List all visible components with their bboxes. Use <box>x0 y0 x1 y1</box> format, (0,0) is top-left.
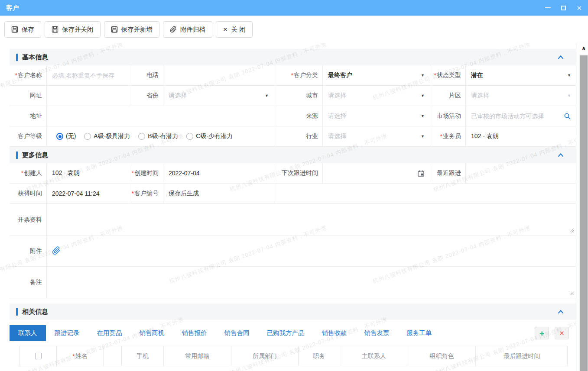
column-label: 所属部门 <box>253 352 277 360</box>
city-cell: 请选择▼ <box>323 86 430 106</box>
close-icon[interactable]: ✕ <box>576 5 582 11</box>
save-and-close-button[interactable]: 保存并关闭 <box>45 21 101 38</box>
tab-3[interactable]: 销售商机 <box>131 325 173 341</box>
label-text: 备注 <box>30 278 42 286</box>
column-1: *姓名 <box>57 346 104 366</box>
city-select[interactable]: 请选择▼ <box>328 92 425 100</box>
save-and-new-button[interactable]: 保存并新增 <box>104 21 160 38</box>
scroll-up-icon[interactable]: ∧ <box>579 42 588 55</box>
floppy-icon <box>11 26 18 33</box>
salesman-value[interactable]: 102 - 袁朗 <box>471 132 499 140</box>
label-text: 地址 <box>30 112 42 120</box>
category-label: *客户分类 <box>274 65 323 86</box>
minimize-icon[interactable] <box>545 7 551 8</box>
grade-radio-1[interactable]: A级-极具潜力 <box>84 132 130 140</box>
maximize-icon[interactable] <box>561 6 566 10</box>
close-label: 关 闭 <box>231 26 246 34</box>
save-button[interactable]: 保存 <box>4 21 41 38</box>
select-all-checkbox[interactable] <box>35 353 42 359</box>
column-label: 常用邮箱 <box>185 352 210 360</box>
radio-label: C级-少有潜力 <box>196 132 233 140</box>
tab-6[interactable]: 已购我方产品 <box>258 325 313 341</box>
address-input[interactable] <box>52 113 269 119</box>
chevron-up-icon <box>558 309 564 315</box>
column-4: 常用邮箱 <box>164 346 231 366</box>
form-area: 基本信息 *客户名称 电话 *客户分类 最终客户▼ *状态类型 潜在▼ 网址 省… <box>10 43 576 371</box>
dropdown-arrow-icon: ▼ <box>421 114 425 118</box>
required-mark: * <box>132 190 134 197</box>
column-label: 职务 <box>313 352 325 360</box>
required-mark: * <box>132 170 134 177</box>
scrollbar-thumb[interactable] <box>580 55 588 371</box>
industry-select[interactable]: 请选择▼ <box>328 132 425 140</box>
tab-9[interactable]: 服务工单 <box>398 325 441 341</box>
customer-no-value: 保存后生成 <box>169 190 199 197</box>
attachment-archive-button[interactable]: 附件归档 <box>163 21 212 38</box>
city-label: 城市 <box>274 86 323 106</box>
district-cell: 请选择▼ <box>466 86 576 106</box>
resize-handle[interactable] <box>569 227 574 234</box>
select-placeholder: 请选择 <box>169 92 187 100</box>
column-3: 手机 <box>122 346 164 366</box>
resize-handle[interactable] <box>569 290 574 297</box>
tab-8[interactable]: 销售发票 <box>356 325 398 341</box>
status-select[interactable]: 潜在▼ <box>471 71 571 79</box>
salesman-cell: 102 - 袁朗 <box>466 126 576 147</box>
status-label: *状态类型 <box>430 65 466 86</box>
dropdown-arrow-icon: ▼ <box>265 94 269 98</box>
selected-value: 最终客户 <box>328 71 352 79</box>
required-mark: * <box>440 133 442 140</box>
website-input[interactable] <box>52 92 126 99</box>
more-section-header: 更多信息 <box>10 147 576 163</box>
dropdown-arrow-icon: ▼ <box>567 94 571 98</box>
invoice-info-label: 开票资料 <box>10 204 47 236</box>
radio-label: A级-极具潜力 <box>94 132 130 140</box>
column-6: 职务 <box>299 346 340 366</box>
tab-4[interactable]: 销售报价 <box>173 325 216 341</box>
province-select[interactable]: 请选择▼ <box>169 92 269 100</box>
label-text: 行业 <box>306 132 318 140</box>
basic-section-header: 基本信息 <box>10 49 576 65</box>
create-time-label: *创建时间 <box>131 163 163 184</box>
tab-5[interactable]: 销售合同 <box>216 325 258 341</box>
remark-textarea[interactable] <box>52 268 571 297</box>
calendar-icon[interactable] <box>417 170 425 177</box>
collapse-more-button[interactable] <box>557 151 565 159</box>
industry-label: 行业 <box>274 126 323 147</box>
collapse-related-button[interactable] <box>557 308 565 316</box>
source-select[interactable]: 请选择▼ <box>328 112 425 120</box>
campaign-cell <box>466 106 576 126</box>
customer-no-cell: 保存后生成 <box>163 184 274 204</box>
grade-radio-0[interactable]: (无) <box>56 132 76 140</box>
phone-input[interactable] <box>169 72 269 79</box>
grade-radio-2[interactable]: B级-有潜力 <box>138 132 178 140</box>
grade-radio-3[interactable]: C级-少有潜力 <box>186 132 233 140</box>
customer-name-input[interactable] <box>52 72 126 79</box>
category-select[interactable]: 最终客户▼ <box>328 71 425 79</box>
attach-paperclip-icon[interactable] <box>52 246 61 256</box>
required-mark: * <box>15 72 17 79</box>
collapse-basic-button[interactable] <box>557 53 565 61</box>
vertical-scrollbar[interactable]: ∧ <box>579 42 588 371</box>
add-row-button[interactable]: + <box>535 327 549 339</box>
invoice-info-textarea[interactable] <box>52 205 571 234</box>
next-follow-input[interactable] <box>328 170 417 177</box>
save-and-close-label: 保存并关闭 <box>62 26 94 34</box>
search-icon[interactable] <box>564 113 571 120</box>
campaign-input[interactable] <box>471 113 564 119</box>
tab-2[interactable]: 在用竞品 <box>88 325 131 341</box>
window-title: 客户 <box>6 4 19 12</box>
floppy-icon <box>52 26 58 33</box>
website-cell <box>47 86 131 106</box>
select-placeholder: 请选择 <box>328 132 346 140</box>
district-select-disabled: 请选择▼ <box>471 92 571 100</box>
label-text: 客户分类 <box>294 71 318 79</box>
tab-0[interactable]: 联系人 <box>10 325 46 341</box>
tab-7[interactable]: 销售收款 <box>313 325 356 341</box>
delete-row-button[interactable]: ✕ <box>555 327 569 339</box>
tab-1[interactable]: 跟进记录 <box>46 325 88 341</box>
close-dialog-button[interactable]: ✕ 关 闭 <box>216 21 253 38</box>
attachment-cell <box>47 236 576 267</box>
select-placeholder: 请选择 <box>328 112 346 120</box>
label-text: 客户编号 <box>134 190 159 197</box>
